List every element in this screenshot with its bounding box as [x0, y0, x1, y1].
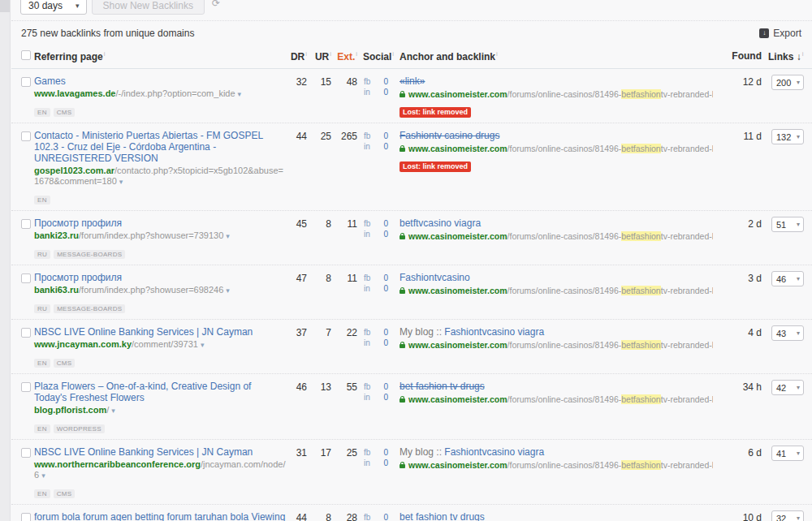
- chevron-down-icon[interactable]: ▾: [41, 471, 45, 480]
- anchor-link[interactable]: Fashiontvcasino viagra: [444, 326, 544, 338]
- fb-count[interactable]: 0: [383, 327, 388, 338]
- referring-page-url[interactable]: gospel1023.com.ar/contacto.php?x5topicid…: [34, 166, 286, 187]
- lock-icon: [400, 398, 405, 403]
- referring-page-url[interactable]: www.jncayman.com.ky/comment/39731▾: [34, 339, 286, 351]
- anchor-link[interactable]: Fashiontv casino drugs: [400, 130, 499, 141]
- referring-page-title[interactable]: Просмотр профиля: [34, 217, 286, 229]
- export-button[interactable]: ↓ Export: [759, 28, 801, 39]
- row-checkbox[interactable]: [21, 131, 31, 141]
- referring-page-title[interactable]: NBSC LIVE Online Banking Services | JN C…: [34, 326, 286, 338]
- anchor-link[interactable]: betftvcasino viagra: [400, 217, 481, 229]
- attribute-badge: CMS: [54, 108, 76, 117]
- header-dr[interactable]: DRi: [286, 50, 307, 62]
- chevron-down-icon[interactable]: ▾: [201, 341, 205, 349]
- fb-count[interactable]: 0: [383, 218, 388, 229]
- referring-page-title[interactable]: Просмотр профиля: [34, 272, 286, 283]
- links-count-dropdown[interactable]: 51▾: [771, 217, 804, 232]
- backlink-url[interactable]: www.casinomeister.com/forums/online-casi…: [400, 460, 713, 471]
- row-checkbox[interactable]: [21, 328, 31, 338]
- row-checkbox[interactable]: [21, 513, 31, 521]
- select-all-checkbox[interactable]: [21, 50, 31, 60]
- fb-label: fb: [364, 273, 370, 283]
- backlink-url[interactable]: www.casinomeister.com/forums/online-casi…: [400, 394, 713, 406]
- anchor-link[interactable]: Fashiontvcasino viagra: [444, 446, 544, 458]
- header-found[interactable]: Found: [719, 50, 762, 62]
- header-social[interactable]: Sociali: [357, 50, 400, 62]
- row-checkbox[interactable]: [21, 219, 31, 229]
- in-count[interactable]: 0: [383, 283, 388, 294]
- links-count-dropdown[interactable]: 42▾: [771, 380, 804, 395]
- backlink-domain: www.casinomeister.com: [408, 394, 508, 404]
- in-count[interactable]: 0: [383, 338, 388, 348]
- anchor-link[interactable]: Fashiontvcasino: [400, 272, 470, 283]
- links-count-dropdown[interactable]: 132▾: [771, 129, 804, 144]
- fb-count[interactable]: 0: [383, 512, 388, 521]
- attribute-badge: RU: [34, 304, 50, 313]
- table-row: Просмотр профиляbanki63.ru/forum/index.p…: [11, 265, 812, 320]
- anchor-link[interactable]: «link»: [400, 75, 425, 87]
- header-links[interactable]: Links ↓i: [762, 50, 804, 62]
- backlink-url[interactable]: www.casinomeister.com/forums/online-casi…: [400, 340, 713, 351]
- row-checkbox[interactable]: [21, 77, 31, 87]
- referring-page-title[interactable]: Plaza Flowers – One-of-a-kind, Creative …: [34, 381, 286, 403]
- anchor-link[interactable]: bet fashion tv drugs: [400, 381, 485, 392]
- period-dropdown[interactable]: 30 days ▾: [20, 0, 87, 15]
- fb-label: fb: [364, 381, 370, 392]
- in-count[interactable]: 0: [383, 392, 388, 403]
- row-checkbox[interactable]: [21, 382, 31, 392]
- referring-domain: gospel1023.com.ar: [34, 166, 114, 175]
- header-ext[interactable]: Ext.i: [331, 50, 357, 62]
- in-count[interactable]: 0: [383, 87, 388, 97]
- referring-page-url[interactable]: www.northerncaribbeanconference.org/jnca…: [34, 459, 286, 481]
- fb-count[interactable]: 0: [383, 76, 388, 87]
- backlink-url[interactable]: www.casinomeister.com/forums/online-casi…: [400, 89, 713, 101]
- found-value: 3 d: [719, 272, 762, 284]
- lock-icon: [400, 93, 405, 97]
- in-count[interactable]: 0: [383, 458, 388, 468]
- in-count[interactable]: 0: [383, 141, 388, 152]
- ur-value: 25: [307, 130, 331, 142]
- backlink-url[interactable]: www.casinomeister.com/forums/online-casi…: [400, 144, 713, 155]
- links-count-dropdown[interactable]: 43▾: [771, 325, 804, 341]
- chevron-down-icon[interactable]: ▾: [119, 178, 123, 186]
- fb-count[interactable]: 0: [383, 273, 388, 283]
- links-count-dropdown[interactable]: 32▾: [771, 510, 804, 521]
- referring-page-url[interactable]: www.lavagames.de/-/index.php?option=com_…: [34, 88, 286, 100]
- chevron-down-icon[interactable]: ▾: [226, 232, 230, 240]
- referring-page-title[interactable]: NBSC LIVE Online Banking Services | JN C…: [34, 446, 286, 458]
- chevron-down-icon[interactable]: ▾: [111, 407, 115, 415]
- in-count[interactable]: 0: [383, 229, 388, 239]
- referring-page-url[interactable]: blog.pflorist.com/▾: [34, 405, 286, 416]
- links-count-dropdown[interactable]: 200▾: [771, 75, 804, 90]
- show-new-backlinks-button[interactable]: Show New Backlinks: [92, 0, 205, 15]
- fb-count[interactable]: 0: [383, 447, 388, 458]
- refresh-icon[interactable]: ⟳: [212, 0, 220, 9]
- backlinks-report: 30 days ▾ Show New Backlinks ⟳ 275 new b…: [11, 0, 812, 521]
- backlink-domain: www.casinomeister.com: [408, 286, 508, 295]
- fb-count[interactable]: 0: [383, 131, 388, 141]
- backlink-url[interactable]: www.casinomeister.com/forums/online-casi…: [400, 286, 713, 297]
- header-referring-page[interactable]: Referring pagei: [34, 50, 286, 62]
- referring-page-url[interactable]: banki63.ru/forum/index.php?showuser=6982…: [34, 285, 286, 296]
- chevron-down-icon[interactable]: ▾: [238, 90, 242, 98]
- header-anchor-and-backlink[interactable]: Anchor and backlinki: [400, 50, 719, 62]
- found-value: 10 d: [719, 511, 762, 521]
- left-strip-tab: [0, 0, 10, 12]
- chevron-down-icon[interactable]: ▾: [226, 286, 230, 295]
- row-checkbox[interactable]: [21, 448, 31, 458]
- table-row: Gameswww.lavagames.de/-/index.php?option…: [11, 69, 812, 123]
- referring-page-url[interactable]: banki23.ru/forum/index.php?showuser=7391…: [34, 230, 286, 242]
- fb-count[interactable]: 0: [383, 381, 388, 392]
- chevron-down-icon: ▾: [76, 2, 80, 10]
- referring-page-title[interactable]: Games: [34, 75, 286, 87]
- header-ur[interactable]: URi: [307, 50, 331, 62]
- anchor-link[interactable]: bet fashion tv drugs: [400, 511, 485, 521]
- row-checkbox[interactable]: [21, 273, 31, 283]
- info-icon: i: [392, 50, 394, 58]
- referring-page-title[interactable]: forum bola forum agen betting forum taru…: [34, 511, 286, 521]
- referring-page-title[interactable]: Contacto - Ministerio Puertas Abiertas -…: [34, 130, 286, 164]
- backlink-domain: www.casinomeister.com: [408, 144, 508, 153]
- links-count-dropdown[interactable]: 41▾: [771, 446, 804, 461]
- backlink-url[interactable]: www.casinomeister.com/forums/online-casi…: [400, 231, 713, 243]
- links-count-dropdown[interactable]: 46▾: [771, 271, 804, 286]
